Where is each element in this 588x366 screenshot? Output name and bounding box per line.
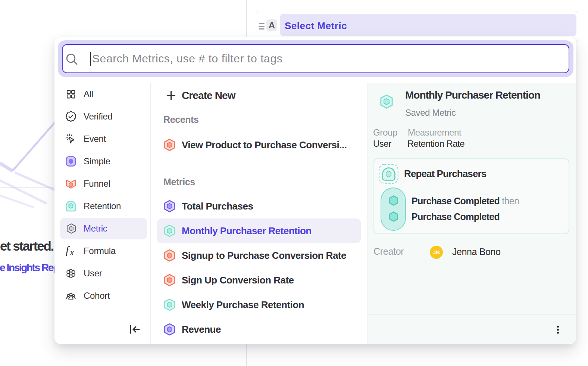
svg-text:x: x bbox=[70, 248, 74, 257]
svg-text:f: f bbox=[66, 244, 70, 256]
